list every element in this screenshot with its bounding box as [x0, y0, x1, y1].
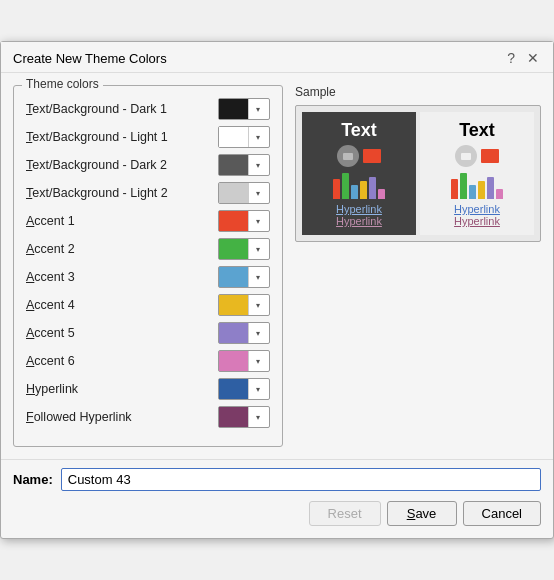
dropdown-arrow-accent5: ▾	[249, 323, 267, 343]
bar	[469, 185, 476, 199]
sample-rect-light	[481, 149, 499, 163]
color-label-accent5: Accent 5	[26, 326, 218, 340]
reset-button[interactable]: Reset	[309, 501, 381, 526]
color-label-light2: Text/Background - Light 2	[26, 186, 218, 200]
bar	[369, 177, 376, 199]
color-swatch-dark1	[219, 99, 249, 119]
color-rows-container: Text/Background - Dark 1▾Text/Background…	[26, 98, 270, 428]
save-button[interactable]: Save	[387, 501, 457, 526]
color-picker-dark2[interactable]: ▾	[218, 154, 270, 176]
sample-bars-dark	[333, 171, 385, 199]
color-label-hyperlink: Hyperlink	[26, 382, 218, 396]
color-row-dark2: Text/Background - Dark 2▾	[26, 154, 270, 176]
button-row: Reset Save Cancel	[13, 501, 541, 526]
color-row-light2: Text/Background - Light 2▾	[26, 182, 270, 204]
title-bar: Create New Theme Colors ? ✕	[1, 42, 553, 73]
color-label-accent1: Accent 1	[26, 214, 218, 228]
cancel-button[interactable]: Cancel	[463, 501, 541, 526]
color-picker-followedHyperlink[interactable]: ▾	[218, 406, 270, 428]
color-swatch-accent1	[219, 211, 249, 231]
dropdown-arrow-dark2: ▾	[249, 155, 267, 175]
bar	[460, 173, 467, 199]
color-picker-accent3[interactable]: ▾	[218, 266, 270, 288]
dropdown-arrow-accent3: ▾	[249, 267, 267, 287]
sample-box: Text Hyperlink Hyperlink Text	[295, 105, 541, 242]
color-picker-hyperlink[interactable]: ▾	[218, 378, 270, 400]
color-row-accent1: Accent 1▾	[26, 210, 270, 232]
dialog-body: Theme colors Text/Background - Dark 1▾Te…	[1, 73, 553, 459]
followed-hyperlink-label-light: Hyperlink	[454, 215, 500, 227]
color-picker-accent4[interactable]: ▾	[218, 294, 270, 316]
color-label-dark2: Text/Background - Dark 2	[26, 158, 218, 172]
sample-bars-light	[451, 171, 503, 199]
dropdown-arrow-light2: ▾	[249, 183, 267, 203]
sample-icon-area-dark	[337, 145, 381, 167]
color-picker-accent6[interactable]: ▾	[218, 350, 270, 372]
color-row-accent3: Accent 3▾	[26, 266, 270, 288]
name-row: Name:	[13, 468, 541, 491]
dropdown-arrow-hyperlink: ▾	[249, 379, 267, 399]
color-picker-dark1[interactable]: ▾	[218, 98, 270, 120]
color-row-accent2: Accent 2▾	[26, 238, 270, 260]
bottom-section: Name: Reset Save Cancel	[1, 459, 553, 538]
color-row-dark1: Text/Background - Dark 1▾	[26, 98, 270, 120]
color-label-accent2: Accent 2	[26, 242, 218, 256]
color-label-followedHyperlink: Followed Hyperlink	[26, 410, 218, 424]
color-label-accent3: Accent 3	[26, 270, 218, 284]
color-picker-accent2[interactable]: ▾	[218, 238, 270, 260]
sample-light: Text Hyperlink Hyperlink	[420, 112, 534, 235]
color-picker-light1[interactable]: ▾	[218, 126, 270, 148]
create-theme-colors-dialog: Create New Theme Colors ? ✕ Theme colors…	[0, 41, 554, 539]
left-panel: Theme colors Text/Background - Dark 1▾Te…	[13, 85, 283, 447]
close-button[interactable]: ✕	[525, 50, 541, 66]
color-swatch-hyperlink	[219, 379, 249, 399]
hyperlink-label-dark: Hyperlink	[336, 203, 382, 215]
dropdown-arrow-accent1: ▾	[249, 211, 267, 231]
sample-hyperlinks-dark: Hyperlink Hyperlink	[336, 203, 382, 227]
sample-dark: Text Hyperlink Hyperlink	[302, 112, 416, 235]
dropdown-arrow-light1: ▾	[249, 127, 267, 147]
color-picker-accent5[interactable]: ▾	[218, 322, 270, 344]
dropdown-arrow-dark1: ▾	[249, 99, 267, 119]
sample-circle-inner-dark	[343, 153, 353, 160]
color-swatch-accent4	[219, 295, 249, 315]
bar	[333, 179, 340, 199]
followed-hyperlink-label-dark: Hyperlink	[336, 215, 382, 227]
color-swatch-followedHyperlink	[219, 407, 249, 427]
color-row-hyperlink: Hyperlink▾	[26, 378, 270, 400]
bar	[360, 181, 367, 199]
bar	[496, 189, 503, 199]
sample-circle-inner-light	[461, 153, 471, 160]
sample-circle-dark	[337, 145, 359, 167]
color-swatch-accent6	[219, 351, 249, 371]
color-row-followedHyperlink: Followed Hyperlink▾	[26, 406, 270, 428]
help-button[interactable]: ?	[505, 50, 517, 66]
dropdown-arrow-followedHyperlink: ▾	[249, 407, 267, 427]
color-row-accent5: Accent 5▾	[26, 322, 270, 344]
sample-icon-area-light	[455, 145, 499, 167]
color-swatch-accent3	[219, 267, 249, 287]
sample-text-dark: Text	[341, 120, 377, 141]
bar	[378, 189, 385, 199]
theme-colors-group: Theme colors Text/Background - Dark 1▾Te…	[13, 85, 283, 447]
bar	[342, 173, 349, 199]
bar	[351, 185, 358, 199]
sample-circle-light	[455, 145, 477, 167]
color-swatch-dark2	[219, 155, 249, 175]
sample-rect-dark	[363, 149, 381, 163]
color-swatch-accent2	[219, 239, 249, 259]
name-input[interactable]	[61, 468, 541, 491]
color-picker-accent1[interactable]: ▾	[218, 210, 270, 232]
name-label: Name:	[13, 472, 53, 487]
color-picker-light2[interactable]: ▾	[218, 182, 270, 204]
color-label-light1: Text/Background - Light 1	[26, 130, 218, 144]
color-swatch-accent5	[219, 323, 249, 343]
color-row-light1: Text/Background - Light 1▾	[26, 126, 270, 148]
title-bar-controls: ? ✕	[505, 50, 541, 66]
bar	[487, 177, 494, 199]
dropdown-arrow-accent2: ▾	[249, 239, 267, 259]
group-label: Theme colors	[22, 77, 103, 91]
color-swatch-light1	[219, 127, 249, 147]
color-row-accent4: Accent 4▾	[26, 294, 270, 316]
sample-text-light: Text	[459, 120, 495, 141]
